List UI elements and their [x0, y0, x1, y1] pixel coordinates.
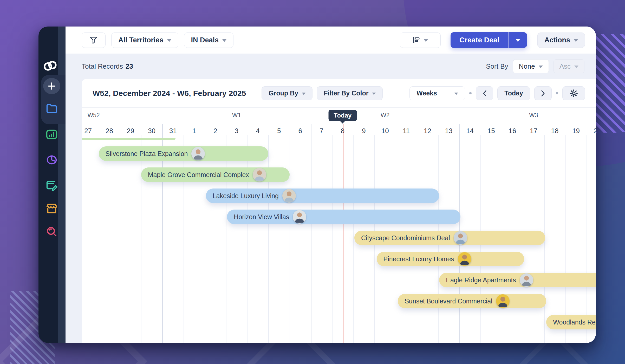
- filter-by-color-label: Filter By Color: [324, 89, 368, 97]
- time-scale-dropdown[interactable]: Weeks: [409, 86, 465, 100]
- gantt-bar[interactable]: Horizon View Villas: [227, 210, 460, 224]
- sidebar-item-analytics[interactable]: [43, 152, 60, 168]
- deal-name-label: Eagle Ridge Apartments: [446, 276, 516, 284]
- day-label: 27: [84, 127, 92, 135]
- day-gridline: [99, 135, 99, 343]
- day-gridline: [226, 135, 226, 343]
- sidebar: [38, 27, 66, 343]
- gantt-bar[interactable]: Sunset Boulevard Commercial: [398, 294, 546, 308]
- week-row: Today W52W1W2W3: [82, 108, 596, 124]
- day-label: 14: [466, 127, 474, 135]
- day-gridline: [247, 135, 248, 343]
- gantt-bar[interactable]: Woodlands Residential: [546, 315, 596, 329]
- chevron-down-icon: [222, 39, 226, 42]
- gantt-settings-button[interactable]: [562, 86, 585, 100]
- deal-name-label: Woodlands Residential: [553, 318, 596, 326]
- dot-separator: [469, 92, 472, 94]
- deal-name-label: Horizon View Villas: [234, 213, 289, 221]
- deal-owner-avatar: [496, 294, 510, 308]
- day-label: 5: [277, 127, 281, 135]
- deal-name-label: Silverstone Plaza Expansion: [106, 150, 188, 158]
- dot-separator: [556, 92, 558, 94]
- desktop-background: All Territories IN Deals: [0, 0, 625, 364]
- deal-name-label: Pinecrest Luxury Homes: [383, 255, 454, 263]
- day-label: 1: [192, 127, 196, 135]
- sidebar-item-tasks[interactable]: [43, 177, 60, 193]
- day-gridline: [205, 135, 205, 343]
- funnel-icon: [89, 36, 98, 44]
- chevron-down-icon: [424, 39, 428, 42]
- day-label: 16: [509, 127, 516, 135]
- view-selector-dropdown[interactable]: [400, 32, 441, 48]
- day-gridline: [268, 135, 269, 343]
- total-records-count: 23: [126, 62, 133, 70]
- today-button-label: Today: [504, 89, 523, 97]
- week-label: W52: [87, 112, 100, 119]
- gantt-bar[interactable]: Lakeside Luxury Living: [206, 188, 439, 203]
- gantt-bar[interactable]: Silverstone Plaza Expansion: [99, 146, 269, 161]
- gantt-bar[interactable]: Pinecrest Luxury Homes: [377, 252, 524, 266]
- gantt-bar-clipped[interactable]: [82, 138, 175, 140]
- gantt-date-range-title: W52, December 2024 - W6, February 2025: [93, 89, 246, 98]
- next-period-button[interactable]: [534, 86, 552, 100]
- day-gridline: [565, 135, 566, 343]
- gantt-panel: W52, December 2024 - W6, February 2025 G…: [82, 79, 596, 343]
- day-label: 20: [594, 127, 596, 135]
- content-area: All Territories IN Deals: [66, 27, 596, 343]
- records-bar: Total Records 23 Sort By None Asc: [66, 54, 596, 79]
- sort-order-dropdown[interactable]: Asc: [554, 59, 584, 73]
- group-by-dropdown[interactable]: Group By: [262, 86, 312, 100]
- week-gridline: [311, 124, 311, 343]
- sidebar-item-search[interactable]: [43, 224, 60, 240]
- create-deal-button[interactable]: Create Deal: [451, 32, 508, 48]
- actions-dropdown[interactable]: Actions: [537, 32, 585, 48]
- day-label: 2: [213, 127, 217, 135]
- deal-owner-avatar: [191, 147, 205, 160]
- filter-by-color-dropdown[interactable]: Filter By Color: [317, 86, 383, 100]
- storefront-icon: [46, 203, 58, 214]
- day-gridline: [290, 135, 290, 343]
- gantt-toolbar: W52, December 2024 - W6, February 2025 G…: [82, 79, 596, 108]
- chevron-down-icon: [372, 93, 376, 95]
- previous-period-button[interactable]: [476, 86, 493, 100]
- day-label: 11: [403, 127, 410, 135]
- day-label: 17: [530, 127, 537, 135]
- chevron-right-icon: [541, 90, 545, 97]
- gantt-bar[interactable]: Cityscape Condominiums Deal: [354, 231, 545, 245]
- day-label: 4: [256, 127, 259, 135]
- folder-icon: [46, 103, 58, 114]
- gantt-bar[interactable]: Eagle Ridge Apartments: [439, 273, 596, 287]
- timeline-body: Silverstone Plaza ExpansionMaple Grove C…: [82, 124, 596, 343]
- create-deal-split-button: Create Deal: [451, 32, 527, 48]
- add-button[interactable]: [43, 78, 60, 94]
- filter-button[interactable]: [82, 32, 106, 48]
- day-label: 28: [106, 127, 113, 135]
- day-label: 15: [487, 127, 495, 135]
- day-label: 6: [298, 127, 302, 135]
- sidebar-item-deals[interactable]: [43, 100, 60, 116]
- day-label: 3: [235, 127, 238, 135]
- day-label: 18: [551, 127, 559, 135]
- chevron-down-icon: [167, 39, 171, 42]
- today-marker: Today: [329, 110, 357, 121]
- deal-owner-avatar: [293, 210, 306, 224]
- deal-name-label: Cityscape Condominiums Deal: [361, 234, 450, 242]
- sort-field-dropdown[interactable]: None: [513, 59, 549, 73]
- deal-name-label: Lakeside Luxury Living: [213, 192, 279, 200]
- sidebar-item-reports[interactable]: [43, 126, 60, 142]
- pie-chart-icon: [46, 155, 57, 165]
- gantt-bar[interactable]: Maple Grove Commercial Complex: [141, 167, 290, 182]
- today-button[interactable]: Today: [497, 86, 530, 100]
- day-gridline: [120, 135, 120, 343]
- create-deal-menu-button[interactable]: [508, 32, 527, 48]
- deal-owner-avatar: [282, 189, 296, 203]
- day-label: 7: [320, 127, 323, 135]
- gantt-grid: Silverstone Plaza ExpansionMaple Grove C…: [82, 138, 596, 343]
- module-dropdown[interactable]: IN Deals: [184, 32, 234, 48]
- sidebar-item-marketplace[interactable]: [43, 201, 60, 217]
- gantt-timeline: Today W52W1W2W3 Silverstone Plaza Expans…: [82, 108, 596, 343]
- day-label: 12: [424, 127, 431, 135]
- day-gridline: [332, 135, 333, 343]
- zoho-logo-icon: [42, 58, 58, 74]
- territory-dropdown[interactable]: All Territories: [111, 32, 178, 48]
